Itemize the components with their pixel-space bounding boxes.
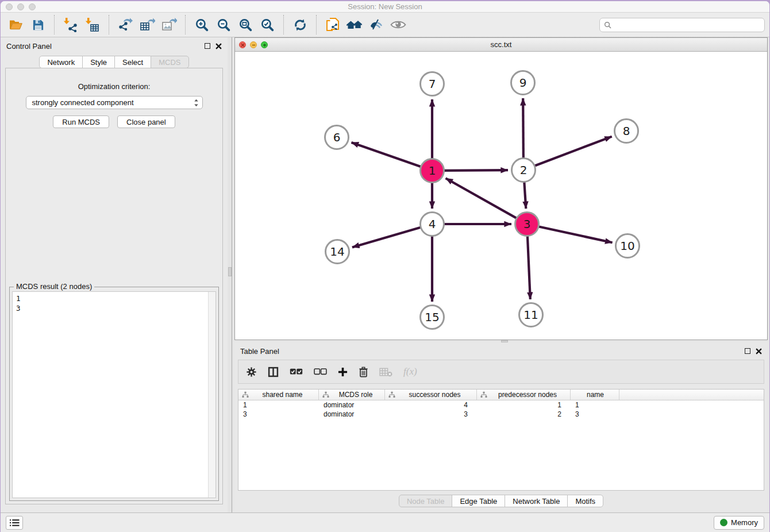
select-stepper-icon bbox=[194, 98, 199, 107]
table-row[interactable]: 1dominator411 bbox=[238, 400, 764, 410]
zoom-window-button[interactable] bbox=[29, 3, 36, 10]
column-header-shared-name[interactable]: shared name bbox=[238, 390, 319, 400]
graph-edge-2-8[interactable] bbox=[534, 137, 612, 167]
graph-node-8[interactable]: 8 bbox=[614, 118, 639, 144]
close-window-button[interactable] bbox=[6, 3, 13, 10]
graph-node-15[interactable]: 15 bbox=[419, 304, 445, 330]
graph-edge-4-14[interactable] bbox=[352, 227, 422, 247]
graph-node-2[interactable]: 2 bbox=[511, 157, 536, 183]
table-cell[interactable]: dominator bbox=[319, 410, 385, 419]
column-header-predecessor-nodes[interactable]: predecessor nodes bbox=[477, 390, 571, 400]
table-cell[interactable]: 4 bbox=[385, 400, 477, 410]
table-cell[interactable]: 1 bbox=[477, 400, 571, 410]
graph-edge-2-9[interactable] bbox=[523, 98, 523, 159]
export-table-button[interactable] bbox=[136, 14, 158, 36]
export-image-button[interactable] bbox=[158, 14, 180, 36]
optimization-select[interactable]: strongly connected component bbox=[26, 96, 203, 109]
task-history-button[interactable] bbox=[6, 516, 23, 530]
export-table-icon bbox=[140, 17, 155, 32]
graph-node-6[interactable]: 6 bbox=[324, 125, 349, 150]
close-panel-icon[interactable] bbox=[756, 348, 762, 354]
graph-node-14[interactable]: 14 bbox=[325, 239, 350, 264]
zoom-selected-button[interactable] bbox=[256, 14, 278, 36]
zoom-out-button[interactable] bbox=[213, 14, 234, 36]
select-all-icon bbox=[290, 368, 303, 376]
right-area: scc.txt 7968124314101511 Table bbox=[232, 37, 769, 512]
network-canvas[interactable]: 7968124314101511 bbox=[235, 52, 767, 340]
network-window-titlebar[interactable]: scc.txt bbox=[235, 38, 767, 52]
graph-node-10[interactable]: 10 bbox=[615, 233, 640, 259]
graph-node-9[interactable]: 9 bbox=[510, 70, 536, 95]
graph-edge-3-11[interactable] bbox=[528, 235, 530, 299]
table-cell[interactable]: 2 bbox=[477, 410, 571, 419]
graph-edge-1-6[interactable] bbox=[351, 142, 422, 167]
tab-edge-table[interactable]: Edge Table bbox=[452, 495, 505, 507]
show-hide-graphics-button[interactable] bbox=[365, 14, 387, 36]
float-panel-icon[interactable] bbox=[205, 43, 210, 49]
network-minimize-button[interactable] bbox=[250, 41, 257, 48]
tab-motifs[interactable]: Motifs bbox=[567, 495, 603, 507]
table-cell[interactable]: 3 bbox=[238, 410, 319, 419]
table-cell[interactable]: 1 bbox=[238, 400, 319, 410]
table-settings-button[interactable] bbox=[246, 367, 257, 377]
table-cell[interactable]: 3 bbox=[385, 410, 477, 419]
zoom-fit-button[interactable] bbox=[234, 14, 256, 36]
first-neighbors-button[interactable] bbox=[344, 14, 365, 36]
open-session-button[interactable] bbox=[5, 14, 27, 36]
columns-icon bbox=[268, 367, 279, 377]
export-network-button[interactable] bbox=[114, 14, 136, 36]
graph-node-7[interactable]: 7 bbox=[419, 71, 445, 97]
column-header-MCDS-role[interactable]: MCDS role bbox=[319, 390, 385, 400]
run-mcds-button[interactable]: Run MCDS bbox=[53, 115, 109, 128]
tab-network-table[interactable]: Network Table bbox=[505, 495, 568, 507]
minimize-window-button[interactable] bbox=[17, 3, 24, 10]
select-all-button[interactable] bbox=[290, 368, 303, 376]
delete-column-button[interactable] bbox=[359, 367, 368, 377]
table-cell[interactable]: 3 bbox=[571, 410, 619, 419]
show-columns-button[interactable] bbox=[268, 367, 279, 377]
network-maximize-button[interactable] bbox=[261, 41, 268, 48]
graph-node-4[interactable]: 4 bbox=[419, 211, 445, 237]
table-cell[interactable]: 1 bbox=[571, 400, 619, 410]
tab-mcds[interactable]: MCDS bbox=[151, 56, 188, 68]
graph-edge-3-10[interactable] bbox=[538, 226, 613, 242]
import-table-button[interactable] bbox=[82, 14, 103, 36]
result-scrollbar[interactable] bbox=[208, 292, 215, 498]
graph-node-11[interactable]: 11 bbox=[518, 302, 544, 327]
graph-node-3[interactable]: 3 bbox=[514, 211, 540, 237]
table-row[interactable]: 3dominator323 bbox=[238, 410, 764, 419]
add-column-button[interactable] bbox=[338, 367, 348, 377]
search-input[interactable] bbox=[614, 21, 760, 29]
float-panel-icon[interactable] bbox=[745, 348, 750, 354]
vertical-splitter[interactable] bbox=[228, 37, 232, 512]
application-window: Session: New Session bbox=[1, 1, 769, 532]
show-hide-details-button[interactable] bbox=[387, 14, 409, 36]
table-cell[interactable]: dominator bbox=[319, 400, 385, 410]
search-box[interactable] bbox=[599, 18, 765, 32]
graph-node-1[interactable]: 1 bbox=[419, 158, 445, 183]
tab-node-table[interactable]: Node Table bbox=[399, 495, 453, 507]
graph-edge-2-3[interactable] bbox=[524, 181, 526, 209]
close-panel-icon[interactable] bbox=[215, 43, 222, 49]
import-network-button[interactable] bbox=[60, 14, 82, 36]
unselect-all-button[interactable] bbox=[314, 368, 327, 376]
clone-network-button[interactable] bbox=[322, 14, 344, 36]
zoom-in-button[interactable] bbox=[191, 14, 213, 36]
close-panel-button[interactable]: Close panel bbox=[117, 115, 175, 128]
graph-edge-1-2[interactable] bbox=[443, 170, 508, 171]
mcds-result-textarea[interactable]: 13 bbox=[12, 291, 216, 498]
graph-edge-3-1[interactable] bbox=[446, 178, 518, 218]
splitter-grip[interactable] bbox=[228, 267, 232, 276]
save-session-button[interactable] bbox=[27, 14, 49, 36]
tab-select[interactable]: Select bbox=[114, 56, 151, 68]
node-table[interactable]: shared nameMCDS rolesuccessor nodesprede… bbox=[238, 389, 764, 491]
network-close-button[interactable] bbox=[239, 41, 246, 48]
memory-button[interactable]: Memory bbox=[714, 516, 764, 530]
apply-layout-button[interactable] bbox=[289, 14, 311, 36]
column-header-successor-nodes[interactable]: successor nodes bbox=[385, 390, 477, 400]
column-header-name[interactable]: name bbox=[571, 390, 619, 400]
column-type-icon bbox=[242, 391, 249, 398]
memory-label: Memory bbox=[731, 518, 758, 527]
tab-network[interactable]: Network bbox=[39, 56, 83, 68]
tab-style[interactable]: Style bbox=[82, 56, 115, 68]
